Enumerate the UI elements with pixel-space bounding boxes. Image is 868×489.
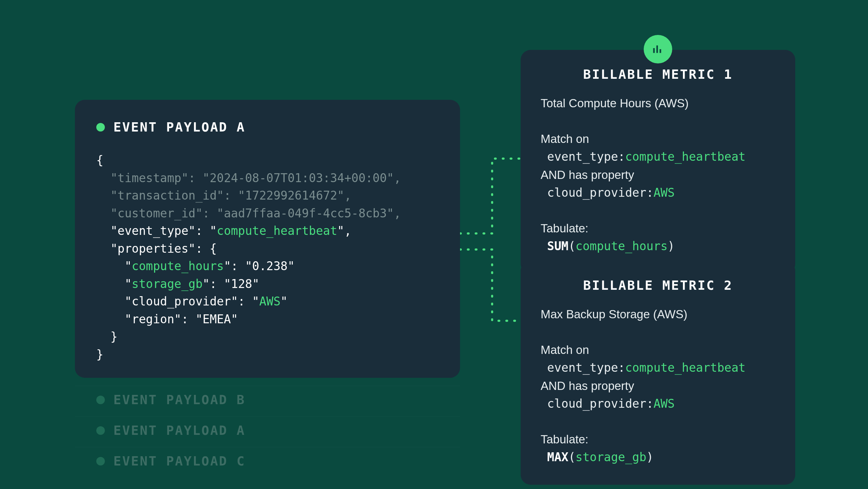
event-payload-card: EVENT PAYLOAD A { "timestamp": "2024-08-… xyxy=(75,100,460,378)
billable-metric-card: BILLABLE METRIC 1 Total Compute Hours (A… xyxy=(521,50,795,274)
ghost-payload-row: EVENT PAYLOAD A xyxy=(75,416,460,444)
svg-rect-1 xyxy=(657,46,658,53)
ghost-payload-row: EVENT PAYLOAD C xyxy=(75,447,460,475)
ghost-label: EVENT PAYLOAD B xyxy=(113,392,245,407)
metric-body: Max Backup Storage (AWS) Match on event_… xyxy=(541,305,775,466)
ghost-payload-row: EVENT PAYLOAD B xyxy=(75,386,460,413)
metrics-badge-icon xyxy=(644,35,672,63)
svg-rect-2 xyxy=(660,49,662,53)
status-dot-icon xyxy=(96,457,105,465)
ghost-label: EVENT PAYLOAD C xyxy=(113,454,245,468)
metric-heading: BILLABLE METRIC 1 xyxy=(541,67,775,82)
payload-json: { "timestamp": "2024-08-07T01:03:34+00:0… xyxy=(96,151,439,363)
status-dot-icon xyxy=(96,396,105,404)
svg-rect-0 xyxy=(653,48,655,53)
metric-heading: BILLABLE METRIC 2 xyxy=(541,278,775,293)
payload-title: EVENT PAYLOAD A xyxy=(113,120,245,134)
status-dot-icon xyxy=(96,123,105,132)
metric-body: Total Compute Hours (AWS) Match on event… xyxy=(541,94,775,255)
status-dot-icon xyxy=(96,426,105,435)
billable-metric-card: BILLABLE METRIC 2 Max Backup Storage (AW… xyxy=(521,261,795,485)
ghost-label: EVENT PAYLOAD A xyxy=(113,423,245,438)
